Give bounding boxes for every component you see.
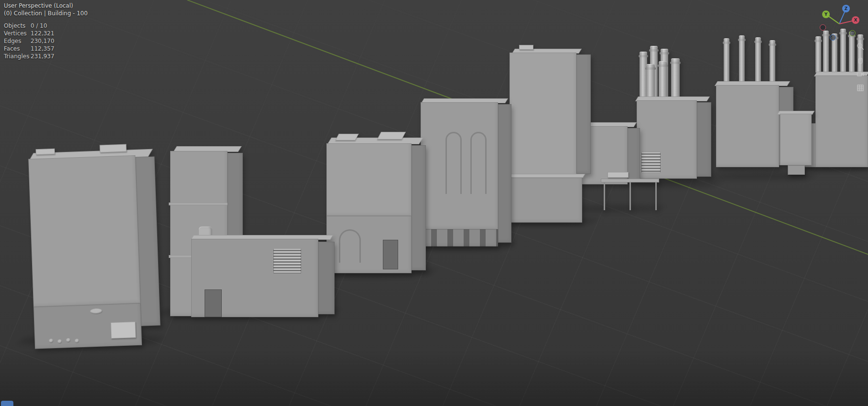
annex-face — [510, 178, 582, 223]
perspective-grid-icon[interactable] — [855, 83, 866, 93]
gizmo-z-positive-ball[interactable]: Z — [842, 5, 850, 12]
front-face — [510, 53, 576, 177]
canopy-slab — [601, 179, 659, 182]
3d-viewport[interactable]: User Perspective (Local) (0) Collection … — [0, 0, 868, 406]
viewport-collection-label: (0) Collection | Building - 100 — [4, 10, 87, 17]
gizmo-z-negative-ball[interactable] — [830, 34, 836, 41]
arch-window — [470, 132, 487, 194]
side-face — [697, 102, 711, 177]
side-face — [498, 104, 511, 243]
scene-statistics: Objects 0 / 10 Vertices 122,321 Edges 23… — [4, 22, 87, 60]
canopy-leg — [629, 182, 631, 210]
building-3-midrise[interactable] — [326, 138, 427, 273]
arch-doorway — [339, 229, 361, 263]
base-box — [788, 165, 805, 175]
tower-ledge — [169, 203, 229, 205]
bottom-left-blue-fragment — [1, 401, 13, 406]
storefront-base — [421, 229, 498, 246]
building-4-ornate-block[interactable] — [421, 98, 511, 246]
front-face — [716, 85, 779, 167]
annex-roof — [509, 174, 586, 178]
annex-door — [205, 289, 222, 317]
roof-vent — [36, 149, 55, 155]
stat-row-triangles: Triangles 231,937 — [4, 53, 87, 60]
gizmo-x-negative-ball[interactable] — [820, 24, 826, 31]
canopy-box — [608, 172, 629, 178]
louver-panel — [273, 248, 301, 273]
chimney — [724, 38, 729, 83]
navigation-gizmo[interactable]: Z X Y — [819, 3, 859, 43]
side-face — [628, 128, 640, 182]
stat-row-vertices: Vertices 122,321 — [4, 30, 87, 37]
chimney — [646, 64, 655, 98]
chimney — [755, 37, 761, 83]
doorway — [383, 240, 398, 269]
stat-row-faces: Faces 112,357 — [4, 45, 87, 53]
gizmo-y-negative-ball[interactable] — [849, 30, 856, 36]
chimney — [671, 58, 680, 98]
viewport-overlay-text: User Perspective (Local) (0) Collection … — [4, 2, 87, 60]
stat-row-edges: Edges 230,170 — [4, 37, 87, 45]
gizmo-x-positive-ball[interactable]: X — [852, 16, 859, 24]
roof-vent — [99, 144, 127, 153]
building-5-skyscraper[interactable] — [510, 49, 591, 224]
gizmo-y-positive-ball[interactable]: Y — [822, 11, 830, 18]
loading-dock-panel — [110, 321, 136, 339]
front-face — [28, 155, 141, 307]
chimney — [659, 61, 667, 98]
building-2-tower[interactable] — [170, 146, 338, 319]
stat-row-objects: Objects 0 / 10 — [4, 22, 87, 30]
skylight — [335, 134, 358, 140]
skylight — [377, 132, 406, 139]
viewport-perspective-label: User Perspective (Local) — [4, 2, 87, 10]
canopy-leg — [655, 182, 657, 210]
viewport-side-controls — [855, 41, 866, 93]
wing-face — [780, 114, 812, 165]
side-face — [412, 145, 426, 270]
upper-front-face — [326, 143, 412, 216]
camera-view-icon[interactable] — [855, 69, 866, 79]
canopy-leg — [604, 182, 605, 210]
annex-side-face — [318, 242, 335, 314]
chimney — [770, 40, 775, 83]
building-1-apartment-block[interactable] — [28, 149, 162, 351]
arch-window — [445, 132, 462, 194]
side-face — [576, 54, 591, 174]
roof-box — [519, 45, 533, 50]
building-8-factory[interactable] — [716, 35, 814, 181]
chimney — [739, 35, 745, 83]
zoom-icon[interactable] — [855, 41, 866, 52]
pan-hand-icon[interactable] — [855, 55, 866, 65]
